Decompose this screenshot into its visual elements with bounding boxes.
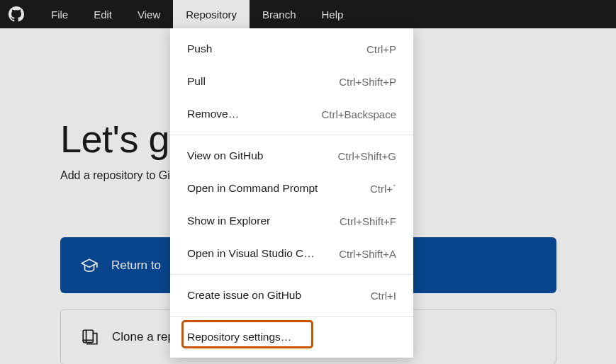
repository-dropdown: Push Ctrl+P Pull Ctrl+Shift+P Remove… Ct… [170, 28, 413, 358]
dropdown-label: Open in Command Prompt [187, 182, 318, 195]
dropdown-item-view-on-github[interactable]: View on GitHub Ctrl+Shift+G [170, 140, 413, 172]
dropdown-item-repository-settings[interactable]: Repository settings… [170, 321, 413, 353]
dropdown-item-create-issue[interactable]: Create issue on GitHub Ctrl+I [170, 279, 413, 312]
dropdown-item-open-command-prompt[interactable]: Open in Command Prompt Ctrl+` [170, 172, 413, 205]
dropdown-separator [170, 135, 413, 135]
dropdown-shortcut: Ctrl+P [366, 43, 396, 55]
dropdown-label: Remove… [187, 108, 239, 120]
dropdown-label: Push [187, 42, 212, 55]
dropdown-shortcut: Ctrl+Shift+G [337, 150, 396, 162]
dropdown-shortcut: Ctrl+I [371, 290, 396, 302]
dropdown-item-push[interactable]: Push Ctrl+P [170, 33, 413, 65]
dropdown-shortcut: Ctrl+Backspace [322, 108, 396, 120]
dropdown-separator [170, 316, 413, 317]
dropdown-shortcut: Ctrl+Shift+P [339, 76, 396, 88]
dropdown-shortcut: Ctrl+Shift+A [339, 248, 396, 260]
dropdown-label: Repository settings… [187, 331, 291, 343]
dropdown-shortcut: Ctrl+Shift+F [340, 215, 396, 227]
dropdown-item-open-vscode[interactable]: Open in Visual Studio C… Ctrl+Shift+A [170, 237, 413, 270]
dropdown-item-pull[interactable]: Pull Ctrl+Shift+P [170, 65, 413, 98]
dropdown-item-show-in-explorer[interactable]: Show in Explorer Ctrl+Shift+F [170, 205, 413, 237]
dropdown-separator [170, 274, 413, 275]
dropdown-label: Create issue on GitHub [187, 289, 301, 302]
dropdown-shortcut: Ctrl+` [370, 183, 396, 195]
dropdown-label: Pull [187, 75, 206, 88]
dropdown-item-remove[interactable]: Remove… Ctrl+Backspace [170, 98, 413, 130]
dropdown-label: Open in Visual Studio C… [187, 247, 315, 260]
dropdown-label: View on GitHub [187, 149, 263, 162]
dropdown-label: Show in Explorer [187, 215, 270, 227]
